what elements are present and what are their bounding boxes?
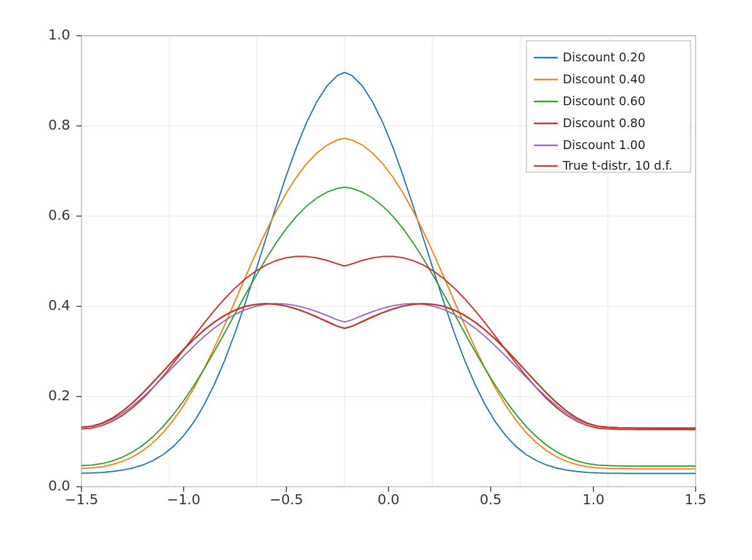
x-tick-label: −0.5 — [269, 492, 303, 507]
legend-label-040: Discount 0.40 — [563, 72, 645, 86]
legend-label-t-distr: True t-distr, 10 d.f. — [562, 158, 672, 172]
legend-label-060: Discount 0.60 — [563, 94, 645, 108]
x-tick-label: 0.0 — [378, 492, 400, 507]
legend-label-020: Discount 0.20 — [563, 50, 645, 64]
y-tick-label: 0.4 — [48, 298, 70, 313]
x-tick-label: −1.0 — [167, 492, 200, 507]
chart-container: // This won't execute in SVG, but I'll p… — [31, 23, 721, 537]
y-tick-label: 0.8 — [48, 117, 70, 133]
legend-label-080: Discount 0.80 — [563, 116, 645, 130]
legend-label-100: Discount 1.00 — [563, 138, 645, 152]
x-tick-label: 1.5 — [685, 492, 707, 507]
x-tick-label: −1.5 — [65, 492, 98, 507]
chart-svg: // This won't execute in SVG, but I'll p… — [31, 23, 721, 537]
y-tick-label: 0.2 — [48, 388, 70, 403]
y-tick-label: 0.6 — [48, 207, 70, 223]
x-tick-label: 1.0 — [583, 492, 605, 507]
x-tick-label: 0.5 — [480, 492, 502, 507]
y-tick-label: 1.0 — [48, 27, 70, 43]
y-tick-label: 0.0 — [48, 478, 70, 494]
